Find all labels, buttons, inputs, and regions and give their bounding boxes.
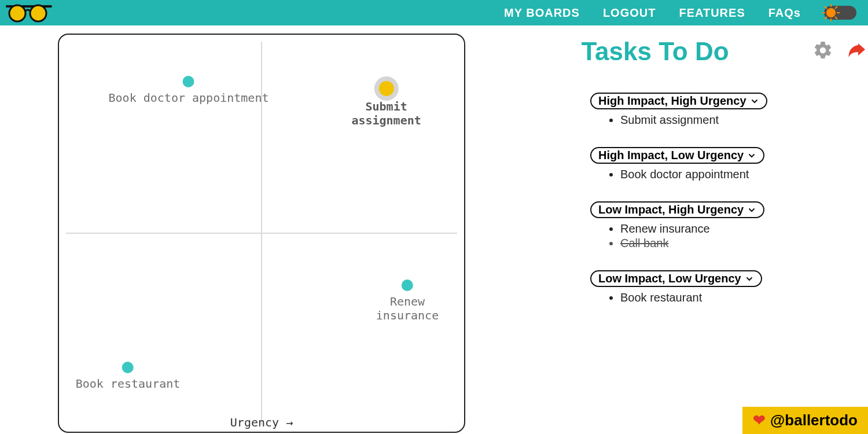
- group-item-list: Book restaurant: [590, 290, 868, 305]
- group-item-list: Submit assignment: [590, 113, 868, 127]
- group-header-label: Low Impact, Low Urgency: [598, 272, 741, 285]
- svg-line-9: [835, 17, 837, 19]
- matrix-node-label: Book restaurant: [76, 377, 181, 391]
- task-item[interactable]: Book restaurant: [620, 290, 868, 305]
- task-group: High Impact, High UrgencySubmit assignme…: [590, 93, 868, 127]
- matrix-node-dot: [379, 81, 394, 96]
- nav-link-faqs[interactable]: FAQs: [768, 6, 801, 20]
- logo-sunglasses-icon[interactable]: [5, 3, 53, 23]
- task-group: Low Impact, Low UrgencyBook restaurant: [590, 270, 868, 305]
- task-group: Low Impact, High UrgencyRenew insuranceC…: [590, 201, 868, 251]
- matrix-node-rest[interactable]: Book restaurant: [76, 362, 181, 391]
- group-header-pill[interactable]: Low Impact, High Urgency: [590, 201, 764, 218]
- group-header-label: High Impact, Low Urgency: [598, 149, 744, 162]
- nav-link-my-boards[interactable]: MY BOARDS: [504, 6, 580, 20]
- svg-point-1: [9, 5, 25, 21]
- group-header-pill[interactable]: High Impact, Low Urgency: [590, 147, 764, 164]
- task-item[interactable]: Renew insurance: [620, 222, 868, 236]
- gear-icon: [812, 40, 833, 61]
- svg-point-2: [30, 5, 46, 21]
- chevron-down-icon: [745, 274, 754, 284]
- svg-point-3: [826, 8, 836, 17]
- heart-icon: ❤: [753, 411, 766, 429]
- matrix-node-label: Book doctor appointment: [109, 91, 269, 105]
- matrix-node-renew[interactable]: Renew insurance: [376, 279, 439, 322]
- matrix-node-submit[interactable]: Submit assignment: [347, 81, 425, 127]
- svg-line-8: [825, 6, 827, 9]
- group-item-list: Renew insuranceCall bank: [590, 222, 868, 251]
- task-item[interactable]: Call bank: [620, 236, 868, 251]
- matrix-node-dot: [183, 76, 194, 87]
- chevron-down-icon: [747, 151, 756, 160]
- footer-handle-text: @ballertodo: [770, 411, 858, 429]
- chevron-down-icon: [747, 205, 756, 215]
- group-header-pill[interactable]: High Impact, High Urgency: [590, 93, 767, 109]
- matrix-node-label: Renew insurance: [376, 295, 439, 322]
- group-item-list: Book doctor appointment: [590, 167, 868, 182]
- share-button[interactable]: [845, 40, 868, 63]
- footer-handle-badge[interactable]: ❤ @ballertodo: [742, 407, 868, 434]
- matrix-node-dot: [122, 362, 134, 373]
- sun-icon: [822, 3, 840, 22]
- task-item[interactable]: Book doctor appointment: [620, 167, 868, 182]
- panel-header: Tasks To Do: [509, 37, 868, 66]
- chevron-down-icon: [750, 97, 759, 106]
- matrix-node-label: Submit assignment: [347, 100, 425, 127]
- top-nav: MY BOARDS LOGOUT FEATURES FAQs: [0, 0, 868, 25]
- panel-title: Tasks To Do: [509, 37, 801, 66]
- priority-matrix[interactable]: Urgency → Submit assignmentBook doctor a…: [58, 34, 465, 433]
- svg-line-11: [825, 17, 827, 19]
- task-group: High Impact, Low UrgencyBook doctor appo…: [590, 147, 868, 182]
- task-item[interactable]: Submit assignment: [620, 113, 868, 127]
- group-header-label: High Impact, High Urgency: [598, 94, 746, 108]
- settings-button[interactable]: [812, 40, 833, 63]
- nav-link-features[interactable]: FEATURES: [679, 6, 745, 20]
- matrix-axis-horizontal: [66, 233, 457, 234]
- matrix-node-doctor[interactable]: Book doctor appointment: [109, 76, 269, 105]
- task-groups: High Impact, High UrgencySubmit assignme…: [509, 93, 868, 305]
- svg-line-10: [835, 6, 837, 9]
- group-header-label: Low Impact, High Urgency: [598, 203, 744, 216]
- theme-toggle[interactable]: [824, 6, 856, 20]
- group-header-pill[interactable]: Low Impact, Low Urgency: [590, 270, 762, 287]
- matrix-node-dot: [402, 279, 413, 291]
- share-arrow-icon: [845, 40, 868, 61]
- nav-link-logout[interactable]: LOGOUT: [603, 6, 656, 20]
- x-axis-label: Urgency →: [230, 415, 293, 429]
